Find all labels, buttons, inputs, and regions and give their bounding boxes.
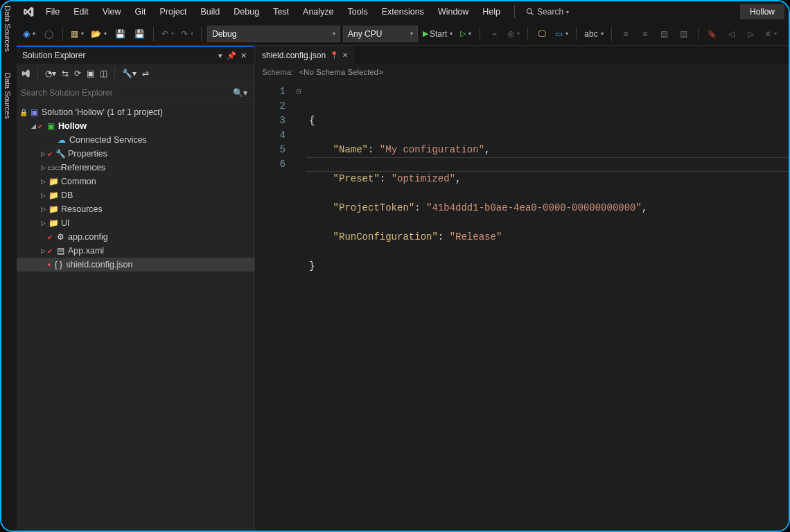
start-debug-button[interactable]: ▶ Start ▾ bbox=[421, 26, 455, 42]
schema-bar: Schema: <No Schema Selected> bbox=[255, 64, 789, 80]
folder-icon: 📁 bbox=[47, 218, 60, 228]
save-button[interactable]: 💾 bbox=[112, 26, 128, 42]
tree-folder-common[interactable]: ▷ 📁 Common bbox=[17, 175, 254, 188]
expand-collapse-icon[interactable]: ▷ bbox=[39, 247, 47, 254]
checkout-indicator-icon: ✔ bbox=[47, 247, 54, 255]
solution-icon: ▣ bbox=[28, 107, 40, 117]
refresh-icon[interactable]: ⟳ bbox=[74, 69, 81, 78]
menu-test[interactable]: Test bbox=[266, 4, 296, 19]
solution-config-combo[interactable]: Debug▾ bbox=[207, 26, 340, 42]
tree-file-shield-config[interactable]: ● { } shield.config.json bbox=[17, 258, 254, 272]
tree-solution-root[interactable]: 🔒 ▣ Solution 'Hollow' (1 of 1 project) bbox=[17, 105, 254, 119]
expand-collapse-icon[interactable]: ◢ bbox=[29, 123, 37, 130]
code-body[interactable]: { "Name": "My configuration", "Preset": … bbox=[306, 80, 789, 531]
side-tab-data-sources-1[interactable]: Data Sources bbox=[1, 1, 14, 56]
nav-fwd-button: ◯ bbox=[40, 26, 57, 42]
side-tab-data-sources-2[interactable]: Data Sources bbox=[1, 69, 14, 123]
new-item-button[interactable]: ▦▾ bbox=[69, 26, 86, 42]
line-number: 5 bbox=[259, 143, 286, 157]
show-all-files-icon[interactable]: ◫ bbox=[100, 69, 107, 78]
rename-button[interactable]: abc▾ bbox=[582, 26, 605, 42]
clear-bookmarks-icon: ✕ bbox=[764, 29, 771, 39]
solution-search-input[interactable] bbox=[21, 88, 230, 98]
expand-collapse-icon[interactable]: ▷ bbox=[39, 206, 47, 213]
history-dropdown-icon[interactable]: ◔▾ bbox=[45, 69, 56, 78]
tree-folder-ui[interactable]: ▷ 📁 UI bbox=[17, 216, 254, 230]
solution-platform-combo[interactable]: Any CPU▾ bbox=[343, 26, 418, 42]
tree-properties[interactable]: ▷ ✔ 🔧 Properties bbox=[17, 147, 254, 161]
expand-collapse-icon[interactable]: ▷ bbox=[39, 220, 47, 227]
close-icon[interactable]: ✕ bbox=[238, 51, 249, 60]
open-folder-icon: 📂 bbox=[91, 29, 101, 39]
folder-icon: 📁 bbox=[47, 190, 60, 200]
menu-file[interactable]: File bbox=[39, 4, 67, 19]
line-number-gutter: 1 2 3 4 5 6 bbox=[255, 80, 297, 531]
next-bookmark-icon: ▷ bbox=[748, 29, 754, 39]
menu-debug[interactable]: Debug bbox=[227, 4, 266, 19]
sync-icon[interactable]: ⇆ bbox=[62, 69, 69, 78]
tree-folder-db[interactable]: ▷ 📁 DB bbox=[17, 188, 254, 202]
tree-file-app-xaml[interactable]: ▷ ✔ ▤ App.xaml bbox=[17, 244, 254, 258]
menu-build[interactable]: Build bbox=[193, 4, 227, 19]
folder-icon: 📁 bbox=[47, 204, 60, 214]
quick-search[interactable]: Search ▾ bbox=[522, 6, 573, 18]
menu-analyze[interactable]: Analyze bbox=[296, 4, 340, 19]
fold-toggle-icon[interactable]: ⊟ bbox=[297, 85, 301, 99]
chevron-down-icon: ▾ bbox=[410, 30, 413, 37]
menu-project[interactable]: Project bbox=[153, 4, 194, 19]
undo-button[interactable]: ↶▾ bbox=[159, 26, 176, 42]
browser-link-button[interactable]: 🖵 bbox=[534, 26, 550, 42]
panel-dropdown-icon[interactable]: ▾ bbox=[216, 51, 225, 60]
start-without-debug-button[interactable]: ▷▾ bbox=[457, 26, 474, 42]
expand-collapse-icon[interactable]: ▷ bbox=[39, 150, 47, 157]
window-title: Hollow bbox=[740, 4, 784, 19]
tree-references[interactable]: ▷ ▭▭ References bbox=[17, 161, 254, 175]
menu-git[interactable]: Git bbox=[128, 4, 153, 19]
cloud-icon: ☁ bbox=[55, 135, 68, 145]
attach-button: ⌁ bbox=[486, 26, 502, 42]
expand-collapse-icon[interactable]: ▷ bbox=[39, 178, 47, 185]
solution-explorer-title: Solution Explorer bbox=[22, 51, 85, 60]
save-all-button[interactable]: 💾 bbox=[131, 26, 148, 42]
editor-tab-bar: shield.config.json 📍 ✕ bbox=[255, 46, 789, 64]
menu-edit[interactable]: Edit bbox=[67, 4, 96, 19]
attach-icon: ⌁ bbox=[492, 29, 497, 39]
home-view-icon[interactable] bbox=[21, 69, 30, 78]
menu-help[interactable]: Help bbox=[475, 4, 507, 19]
collapse-all-icon[interactable]: ▣ bbox=[87, 69, 94, 78]
code-editor[interactable]: 1 2 3 4 5 6 ⊟ { "Name": "My configuratio… bbox=[255, 80, 789, 531]
menu-extensions[interactable]: Extensions bbox=[375, 4, 431, 19]
uncomment-icon: ▤ bbox=[680, 29, 687, 39]
live-share-button[interactable]: ▭▾ bbox=[553, 26, 570, 42]
tree-connected-services[interactable]: ▶ ☁ Connected Services bbox=[17, 133, 254, 147]
redo-button[interactable]: ↷▾ bbox=[179, 26, 195, 42]
nav-back-button[interactable]: ◉▾ bbox=[21, 26, 37, 42]
open-file-button[interactable]: 📂▾ bbox=[89, 26, 109, 42]
pin-icon[interactable]: 📍 bbox=[330, 51, 338, 59]
editor-tab-shield-config[interactable]: shield.config.json 📍 ✕ bbox=[255, 46, 355, 64]
tree-folder-resources[interactable]: ▷ 📁 Resources bbox=[17, 202, 254, 216]
tree-project-hollow[interactable]: ◢ ✔ ▣ Hollow bbox=[17, 119, 254, 133]
indent-right-icon: ≡ bbox=[642, 29, 647, 39]
content-area: Solution Explorer ▾ 📌 ✕ ◔▾ ⇆ ⟳ ▣ ◫ bbox=[17, 46, 789, 531]
pin-icon[interactable]: 📌 bbox=[225, 51, 238, 60]
folder-icon: 📁 bbox=[47, 177, 60, 186]
expand-collapse-icon[interactable]: ▷ bbox=[39, 192, 47, 199]
tree-label: Properties bbox=[67, 149, 107, 159]
preview-icon[interactable]: ⇌ bbox=[142, 69, 149, 78]
properties-icon[interactable]: 🔧▾ bbox=[122, 69, 137, 78]
menu-view[interactable]: View bbox=[96, 4, 128, 19]
undo-icon: ↶ bbox=[161, 29, 168, 39]
schema-selector[interactable]: <No Schema Selected> bbox=[299, 68, 383, 76]
menu-tools[interactable]: Tools bbox=[341, 4, 375, 19]
close-icon[interactable]: ✕ bbox=[342, 51, 348, 59]
tree-file-app-config[interactable]: ✔ ⚙ app.config bbox=[17, 230, 254, 244]
expand-collapse-icon[interactable]: ▷ bbox=[39, 164, 47, 171]
xaml-file-icon: ▤ bbox=[54, 246, 67, 256]
solution-explorer-search: 🔍▾ bbox=[17, 83, 254, 103]
menu-window[interactable]: Window bbox=[431, 4, 475, 19]
solution-explorer-panel: Solution Explorer ▾ 📌 ✕ ◔▾ ⇆ ⟳ ▣ ◫ bbox=[17, 46, 255, 531]
search-label: Search bbox=[537, 7, 563, 17]
search-icon[interactable]: 🔍▾ bbox=[230, 88, 250, 98]
line-number: 4 bbox=[259, 128, 286, 143]
